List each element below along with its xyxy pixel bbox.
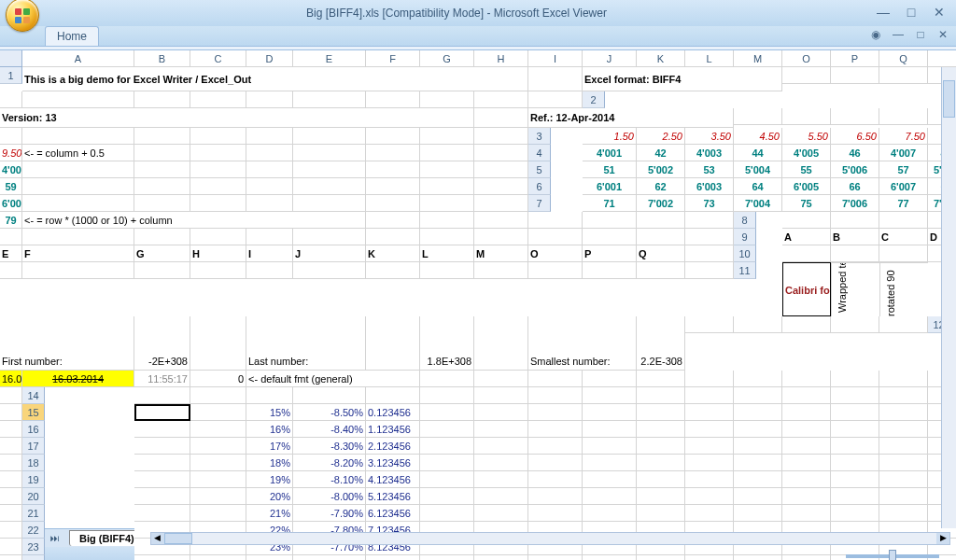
cell[interactable] <box>134 145 190 161</box>
cell[interactable] <box>134 91 190 108</box>
row-header-8[interactable]: 8 <box>734 212 756 229</box>
cell[interactable] <box>246 161 293 178</box>
cell[interactable] <box>420 488 474 505</box>
wrapped-text-cell[interactable]: Wrapped text, <box>831 262 879 316</box>
cell[interactable] <box>420 145 474 161</box>
cell[interactable] <box>831 371 879 387</box>
cell[interactable] <box>637 387 685 404</box>
cell[interactable] <box>528 387 583 404</box>
cell-grid[interactable]: ABCDEFGHIJKLMOPQ1This is a big demo for … <box>0 50 956 560</box>
r4c0[interactable]: 4'001 <box>583 145 637 161</box>
row-header-4[interactable]: 4 <box>528 145 551 161</box>
cell[interactable] <box>0 229 22 245</box>
cell[interactable] <box>831 421 879 438</box>
pct-18[interactable]: 18% <box>246 455 293 471</box>
r7c4[interactable]: 75 <box>782 195 831 212</box>
cell[interactable] <box>528 371 583 387</box>
cell[interactable] <box>583 404 637 421</box>
row-header-3[interactable]: 3 <box>528 128 551 145</box>
smallest-val[interactable]: 2.2E-308 <box>637 316 685 371</box>
cell[interactable] <box>22 91 134 108</box>
cell[interactable] <box>190 128 246 145</box>
cell[interactable] <box>0 387 22 404</box>
smallest-label[interactable]: Smallest number: <box>528 316 637 371</box>
cell[interactable] <box>831 488 879 505</box>
cell[interactable] <box>474 387 528 404</box>
pct-19[interactable]: 19% <box>246 471 293 488</box>
cell[interactable] <box>782 438 831 455</box>
cell[interactable] <box>246 195 293 212</box>
c[interactable] <box>190 488 246 505</box>
pct-17[interactable]: 17% <box>246 438 293 455</box>
c[interactable] <box>134 471 190 488</box>
cell[interactable] <box>879 108 928 125</box>
cell[interactable] <box>782 245 831 262</box>
col-header-G[interactable]: G <box>420 50 474 67</box>
cell[interactable] <box>879 316 928 333</box>
cell[interactable] <box>879 212 928 229</box>
col-header-J[interactable]: J <box>583 50 637 67</box>
r5c0[interactable]: 51 <box>583 161 637 178</box>
cell[interactable] <box>190 91 246 108</box>
last-number-label[interactable]: Last number: <box>246 316 366 371</box>
cell[interactable] <box>293 161 366 178</box>
r3c2[interactable]: 3.50 <box>685 128 734 145</box>
cell[interactable] <box>734 488 782 505</box>
cell[interactable] <box>420 471 474 488</box>
row-header-20[interactable]: 20 <box>22 488 45 505</box>
r3-note[interactable]: <- = column + 0.5 <box>22 145 134 161</box>
cell[interactable] <box>420 195 474 212</box>
cell[interactable] <box>528 212 583 229</box>
r4c2[interactable]: 4'003 <box>685 145 734 161</box>
cell[interactable] <box>831 212 879 229</box>
r5c5[interactable]: 5'006 <box>831 161 879 178</box>
col-header-M[interactable]: M <box>734 50 782 67</box>
cell[interactable] <box>782 488 831 505</box>
cell[interactable] <box>583 488 637 505</box>
delta-20[interactable]: -8.00% <box>293 488 366 505</box>
cell[interactable] <box>879 455 928 471</box>
r4c5[interactable]: 46 <box>831 145 879 161</box>
r6c3[interactable]: 64 <box>734 178 782 195</box>
r3c0[interactable]: 1.50 <box>583 128 637 145</box>
val-15[interactable]: 0.123456 <box>366 404 420 421</box>
pct-16[interactable]: 16% <box>246 421 293 438</box>
delta-24[interactable]: -7.60% <box>293 555 366 560</box>
pct-15[interactable]: 15% <box>246 404 293 421</box>
r9c11[interactable]: L <box>420 245 474 262</box>
cell[interactable] <box>879 371 928 387</box>
rotated-cell[interactable]: rotated 90 <box>879 262 928 316</box>
r3c1[interactable]: 2.50 <box>637 128 685 145</box>
cell[interactable] <box>637 438 685 455</box>
cell[interactable] <box>0 262 22 279</box>
cell[interactable] <box>782 421 831 438</box>
cell[interactable] <box>0 555 22 560</box>
cell[interactable] <box>366 212 420 229</box>
cell[interactable] <box>528 455 583 471</box>
cell[interactable] <box>831 108 879 125</box>
cell[interactable] <box>0 522 22 539</box>
cell[interactable] <box>0 488 22 505</box>
c[interactable] <box>366 316 420 371</box>
select-all[interactable] <box>0 50 22 67</box>
cell[interactable] <box>0 471 22 488</box>
cell[interactable] <box>366 145 420 161</box>
cell[interactable] <box>190 145 246 161</box>
col-header-B[interactable]: B <box>134 50 190 67</box>
c[interactable] <box>134 555 190 560</box>
cell[interactable] <box>474 178 528 195</box>
r9c2[interactable]: C <box>879 229 928 245</box>
cell[interactable] <box>420 229 474 245</box>
cell[interactable] <box>782 316 831 333</box>
r9c12[interactable]: M <box>474 245 528 262</box>
cell[interactable] <box>831 455 879 471</box>
r7c1[interactable]: 7'002 <box>637 195 685 212</box>
cell[interactable] <box>474 229 528 245</box>
r5c6[interactable]: 57 <box>879 161 928 178</box>
cell[interactable] <box>134 195 190 212</box>
r3c3[interactable]: 4.50 <box>734 128 782 145</box>
cell[interactable] <box>734 438 782 455</box>
col-header-A[interactable]: A <box>22 50 134 67</box>
cell[interactable] <box>190 178 246 195</box>
cell[interactable] <box>831 404 879 421</box>
